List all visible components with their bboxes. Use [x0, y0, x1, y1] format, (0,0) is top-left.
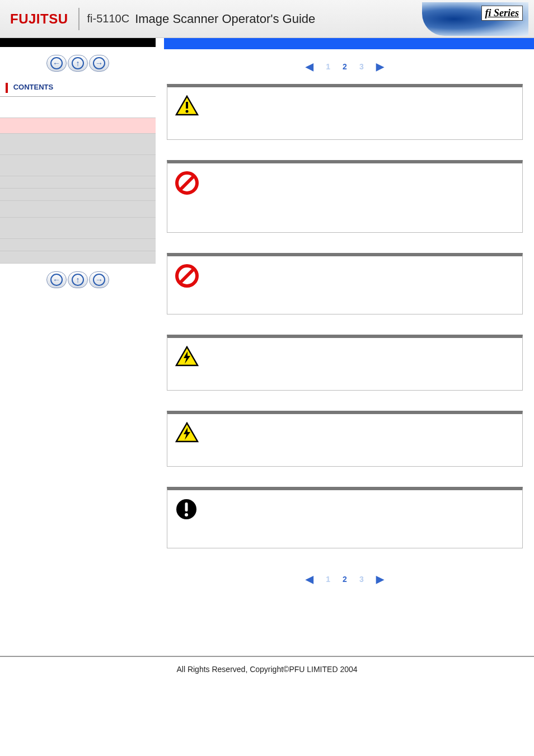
warning-triangle-icon: [175, 95, 199, 116]
sidebar-nav-top: ← ↑ →: [0, 47, 156, 79]
nav-prev-button[interactable]: ←: [46, 271, 67, 288]
pager-page-1[interactable]: 1: [326, 575, 330, 584]
pager-top: ◀ 1 2 3 ▶: [167, 56, 523, 84]
nav-next-button[interactable]: →: [89, 271, 109, 288]
toc-item[interactable]: [0, 239, 156, 251]
toc-contents-header[interactable]: CONTENTS: [0, 79, 156, 97]
toc-item-intro[interactable]: [0, 97, 156, 118]
brand-text: FUJITSU: [10, 11, 68, 26]
nav-up-button[interactable]: ↑: [68, 271, 88, 288]
toc-item[interactable]: [0, 134, 156, 155]
nav-next-button[interactable]: →: [89, 55, 109, 72]
arrow-left-icon: ←: [50, 57, 63, 69]
nav-up-button[interactable]: ↑: [68, 55, 88, 72]
arrow-right-icon: →: [93, 274, 105, 286]
toc-contents-label: CONTENTS: [13, 83, 54, 91]
toc-item[interactable]: [0, 189, 156, 201]
page-header: FUJITSU fi-5110C Image Scanner Operator'…: [0, 0, 534, 38]
prohibition-icon: [175, 264, 199, 288]
arrow-left-icon: ←: [50, 274, 63, 286]
electric-warning-icon: [175, 422, 199, 443]
series-label: fi Series: [481, 6, 523, 21]
svg-line-6: [180, 269, 194, 283]
pager-page-1[interactable]: 1: [326, 62, 330, 71]
pager-page-3[interactable]: 3: [359, 62, 364, 71]
series-badge: fi Series: [422, 2, 528, 36]
brand-logo: FUJITSU: [0, 8, 79, 30]
toc-item[interactable]: [0, 155, 156, 176]
arrow-up-icon: ↑: [72, 274, 84, 286]
svg-rect-12: [185, 503, 188, 511]
model-number: fi-5110C: [79, 12, 135, 25]
pager-next-icon[interactable]: ▶: [376, 60, 384, 73]
safety-box: [167, 253, 523, 314]
pager-page-2[interactable]: 2: [343, 62, 347, 71]
pager-bottom: ◀ 1 2 3 ▶: [167, 569, 523, 597]
arrow-up-icon: ↑: [72, 57, 84, 69]
arrow-right-icon: →: [93, 57, 105, 69]
toc-item[interactable]: [0, 176, 156, 189]
toc-item[interactable]: [0, 218, 156, 239]
nav-prev-button[interactable]: ←: [46, 55, 67, 72]
sidebar: ← ↑ → CONTENTS ← ↑: [0, 38, 156, 642]
mandatory-info-icon: [175, 498, 198, 520]
safety-box: [167, 335, 523, 391]
content-top-bar: [164, 38, 534, 49]
sidebar-nav-bottom: ← ↑ →: [0, 264, 156, 296]
prohibition-icon: [175, 171, 199, 195]
safety-box: [167, 411, 523, 467]
toc-item[interactable]: [0, 201, 156, 218]
safety-box: [167, 487, 523, 548]
pager-next-icon[interactable]: ▶: [376, 573, 384, 585]
pager-prev-icon[interactable]: ◀: [306, 60, 313, 73]
pager-page-3[interactable]: 3: [359, 575, 364, 584]
pager-prev-icon[interactable]: ◀: [306, 573, 313, 585]
toc-item-safety[interactable]: [0, 118, 156, 134]
toc-item[interactable]: [0, 251, 156, 264]
main-content: ◀ 1 2 3 ▶: [156, 38, 534, 642]
document-title: Image Scanner Operator's Guide: [135, 12, 315, 26]
svg-line-4: [180, 176, 194, 190]
svg-point-2: [186, 110, 189, 113]
pager-page-2[interactable]: 2: [343, 575, 347, 584]
electric-warning-icon: [175, 346, 199, 367]
svg-point-13: [185, 513, 188, 516]
svg-rect-1: [186, 102, 188, 109]
page-footer: All Rights Reserved, Copyright©PFU LIMIT…: [0, 656, 534, 691]
sidebar-top-strip: [0, 38, 156, 47]
copyright-text: All Rights Reserved, Copyright©PFU LIMIT…: [176, 665, 357, 674]
safety-box: [167, 84, 523, 140]
safety-box: [167, 160, 523, 233]
